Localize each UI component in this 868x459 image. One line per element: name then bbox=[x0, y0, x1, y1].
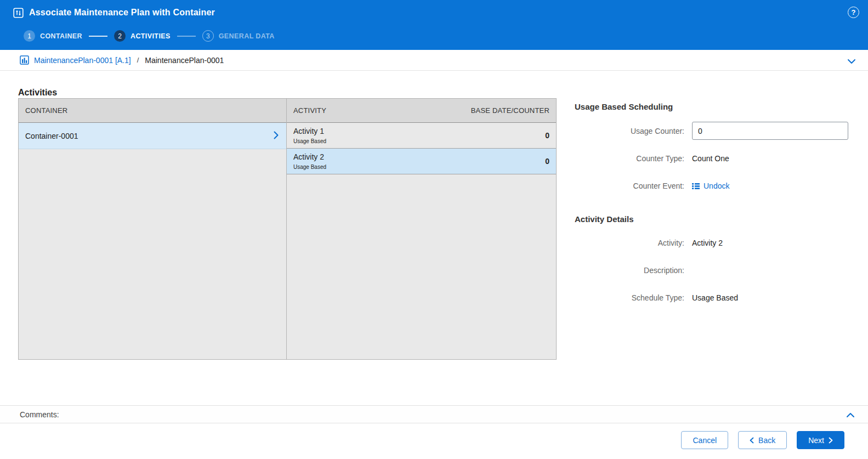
comments-label: Comments: bbox=[20, 410, 59, 419]
chevron-down-icon[interactable] bbox=[847, 56, 856, 66]
comments-bar: Comments: bbox=[0, 405, 868, 423]
maintenance-plan-icon bbox=[20, 55, 29, 65]
usage-counter-label: Usage Counter: bbox=[575, 127, 684, 135]
wizard-steps: 1 CONTAINER 2 ACTIVITIES 3 GENERAL DATA bbox=[24, 30, 275, 42]
counter-type-label: Counter Type: bbox=[575, 154, 684, 163]
page-title: Associate Maintenance Plan with Containe… bbox=[29, 8, 215, 18]
help-icon[interactable]: ? bbox=[848, 7, 859, 18]
counter-event-icon bbox=[692, 183, 700, 190]
step-container-number: 1 bbox=[24, 30, 35, 42]
usage-counter-row: Usage Counter: bbox=[575, 122, 849, 140]
schedule-type-row: Schedule Type: Usage Based bbox=[575, 289, 849, 307]
step-activities-label: ACTIVITIES bbox=[131, 32, 171, 40]
next-button[interactable]: Next bbox=[797, 431, 844, 449]
step-activities[interactable]: 2 ACTIVITIES bbox=[114, 30, 171, 42]
breadcrumb-separator: / bbox=[137, 56, 139, 64]
step-container[interactable]: 1 CONTAINER bbox=[24, 30, 82, 42]
breadcrumb-link[interactable]: MaintenancePlan-0001 [A.1] bbox=[34, 56, 131, 65]
activity-counter-value: 0 bbox=[545, 131, 549, 140]
wizard-header: Associate Maintenance Plan with Containe… bbox=[0, 0, 868, 50]
breadcrumb-current: MaintenancePlan-0001 bbox=[145, 56, 224, 65]
counter-type-row: Counter Type: Count One bbox=[575, 150, 849, 167]
activity-name: Activity 1 bbox=[293, 127, 326, 137]
activity-table-header: ACTIVITY BASE DATE/COUNTER bbox=[287, 99, 556, 123]
back-button[interactable]: Back bbox=[738, 431, 787, 449]
activity-table: ACTIVITY BASE DATE/COUNTER Activity 1 Us… bbox=[286, 98, 557, 360]
chevron-left-icon bbox=[750, 437, 754, 444]
schedule-type-label: Schedule Type: bbox=[575, 293, 684, 302]
step-activities-number: 2 bbox=[114, 30, 126, 42]
counter-event-row: Counter Event: Undock bbox=[575, 177, 849, 195]
details-panel: Usage Based Scheduling Usage Counter: Co… bbox=[575, 102, 849, 307]
step-general-data[interactable]: 3 GENERAL DATA bbox=[202, 30, 275, 42]
table-row-container[interactable]: Container-0001 bbox=[19, 123, 286, 149]
activities-tables: CONTAINER Container-0001 ACTIVITY BASE D… bbox=[18, 98, 557, 360]
breadcrumb: MaintenancePlan-0001 [A.1] / Maintenance… bbox=[0, 50, 868, 71]
activity-column-header: ACTIVITY bbox=[293, 106, 326, 115]
activity-value: Activity 2 bbox=[692, 239, 723, 247]
schedule-type-value: Usage Based bbox=[692, 293, 738, 302]
description-row: Description: bbox=[575, 262, 849, 279]
footer-actions: Cancel Back Next bbox=[681, 431, 844, 449]
container-column-header: CONTAINER bbox=[19, 99, 286, 123]
cancel-button[interactable]: Cancel bbox=[681, 431, 728, 449]
container-table: CONTAINER Container-0001 bbox=[18, 98, 287, 360]
next-button-label: Next bbox=[808, 436, 824, 445]
step-connector bbox=[177, 36, 196, 37]
table-row-activity-2[interactable]: Activity 2 Usage Based 0 bbox=[287, 149, 556, 174]
table-row-activity-1[interactable]: Activity 1 Usage Based 0 bbox=[287, 123, 556, 149]
associate-plan-icon bbox=[13, 8, 24, 18]
activity-schedule-type: Usage Based bbox=[293, 138, 326, 144]
usage-counter-input[interactable] bbox=[692, 122, 848, 140]
activity-name: Activity 2 bbox=[293, 152, 326, 162]
activity-details-title: Activity Details bbox=[575, 214, 849, 224]
step-container-label: CONTAINER bbox=[40, 32, 82, 40]
step-connector bbox=[89, 36, 107, 37]
chevron-right-icon bbox=[829, 437, 833, 444]
activity-label: Activity: bbox=[575, 239, 684, 247]
chevron-up-icon[interactable] bbox=[846, 411, 855, 420]
activity-counter-value: 0 bbox=[545, 157, 549, 166]
container-name: Container-0001 bbox=[25, 132, 78, 140]
chevron-right-icon[interactable] bbox=[274, 131, 279, 141]
step-general-data-number: 3 bbox=[202, 30, 214, 42]
counter-type-value: Count One bbox=[692, 154, 729, 163]
back-button-label: Back bbox=[758, 436, 775, 445]
activity-row: Activity: Activity 2 bbox=[575, 234, 849, 252]
base-date-counter-column-header: BASE DATE/COUNTER bbox=[471, 106, 549, 115]
cancel-button-label: Cancel bbox=[693, 436, 717, 445]
title-row: Associate Maintenance Plan with Containe… bbox=[13, 5, 859, 20]
activity-schedule-type: Usage Based bbox=[293, 164, 326, 170]
step-general-data-label: GENERAL DATA bbox=[219, 32, 275, 40]
usage-based-scheduling-title: Usage Based Scheduling bbox=[575, 102, 849, 112]
activities-section-title: Activities bbox=[18, 88, 57, 98]
counter-event-label: Counter Event: bbox=[575, 182, 684, 190]
description-label: Description: bbox=[575, 266, 684, 275]
counter-event-link[interactable]: Undock bbox=[704, 182, 729, 190]
